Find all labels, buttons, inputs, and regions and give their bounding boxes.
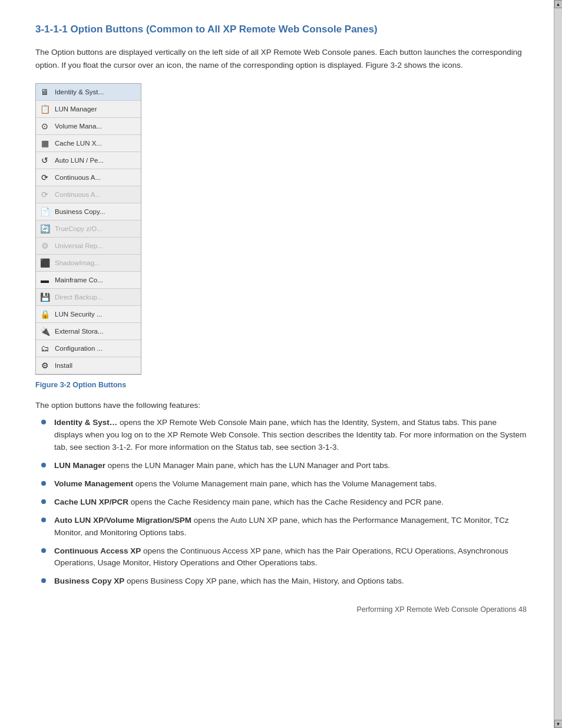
bullet-text-6: Business Copy XP opens Business Copy XP … [54, 575, 404, 588]
sidebar-item-icon-3: ▦ [38, 137, 51, 150]
sidebar-item-label-10: ShadowImag... [55, 259, 100, 266]
sidebar-scrollbar[interactable]: ▲ ▼ [554, 0, 562, 728]
sidebar-item-11[interactable]: ▬Mainframe Co... [36, 272, 141, 289]
sidebar-item-label-11: Mainframe Co... [55, 276, 103, 284]
sidebar-item-13[interactable]: 🔒LUN Security ... [36, 306, 141, 323]
bullet-item-2: Volume Management opens the Volume Manag… [35, 478, 527, 490]
sidebar-item-label-5: Continuous A... [55, 174, 101, 181]
scroll-up-arrow[interactable]: ▲ [554, 0, 563, 8]
sidebar-item-2[interactable]: ⊙Volume Mana... [36, 118, 141, 135]
sidebar-item-icon-8: 🔄 [38, 222, 51, 235]
sidebar-item-icon-9: ⚙ [38, 239, 51, 252]
sidebar-item-icon-6: ⟳ [38, 188, 51, 201]
sidebar-item-label-4: Auto LUN / Pe... [55, 157, 104, 164]
bullet-item-1: LUN Manager opens the LUN Manager Main p… [35, 460, 527, 472]
bullet-bold-6: Business Copy XP [54, 577, 124, 585]
sidebar-item-label-7: Business Copy... [55, 208, 105, 215]
bullet-item-5: Continuous Access XP opens the Continuou… [35, 545, 527, 570]
sidebar-item-label-0: Identity & Syst... [55, 88, 104, 95]
sidebar-item-icon-7: 📄 [38, 205, 51, 218]
sidebar-item-icon-1: 📋 [38, 103, 51, 116]
sidebar-item-label-2: Volume Mana... [55, 123, 102, 130]
sidebar-item-label-13: LUN Security ... [55, 311, 103, 318]
sidebar-item-icon-16: ⚙ [38, 359, 51, 372]
sidebar-item-icon-14: 🔌 [38, 325, 51, 338]
sidebar-item-16[interactable]: ⚙Install [36, 357, 141, 374]
sidebar-item-9[interactable]: ⚙Universal Rep... [36, 238, 141, 255]
bullet-dot-3 [41, 499, 46, 504]
bullet-list: Identity & Syst… opens the XP Remote Web… [35, 417, 527, 588]
figure-caption: Figure 3-2 Option Buttons [35, 381, 527, 389]
bullet-dot-6 [41, 578, 46, 583]
sidebar-item-icon-5: ⟳ [38, 171, 51, 184]
scroll-down-arrow[interactable]: ▼ [554, 720, 563, 728]
sidebar-item-icon-13: 🔒 [38, 308, 51, 321]
sidebar-item-7[interactable]: 📄Business Copy... [36, 203, 141, 220]
bullet-bold-0: Identity & Syst… [54, 418, 117, 427]
bullet-item-6: Business Copy XP opens Business Copy XP … [35, 575, 527, 588]
sidebar-item-12[interactable]: 💾Direct Backup... [36, 289, 141, 306]
intro-text: The Option buttons are displayed vertica… [35, 46, 527, 71]
bullet-bold-4: Auto LUN XP/Volume Migration/SPM [54, 516, 191, 525]
sidebar-item-label-6: Continuous A... [55, 191, 101, 198]
sidebar-item-label-14: External Stora... [55, 328, 103, 335]
sidebar-item-label-1: LUN Manager [55, 106, 97, 113]
bullet-item-4: Auto LUN XP/Volume Migration/SPM opens t… [35, 515, 527, 539]
bullet-item-0: Identity & Syst… opens the XP Remote Web… [35, 417, 527, 454]
sidebar-panel: 🖥Identity & Syst...📋LUN Manager⊙Volume M… [35, 83, 141, 375]
bullet-dot-4 [41, 518, 46, 522]
sidebar-item-14[interactable]: 🔌External Stora... [36, 323, 141, 340]
bullet-dot-0 [41, 420, 46, 424]
bullet-bold-2: Volume Management [54, 479, 133, 488]
figure-caption-text: Option Buttons [71, 381, 126, 389]
sidebar-item-label-3: Cache LUN X... [55, 140, 102, 147]
sidebar-panel-wrapper: 🖥Identity & Syst...📋LUN Manager⊙Volume M… [35, 83, 527, 375]
page-heading: 3-1-1-1 Option Buttons (Common to All XP… [35, 24, 527, 35]
sidebar-item-1[interactable]: 📋LUN Manager [36, 101, 141, 118]
sidebar-item-icon-10: ⬛ [38, 256, 51, 269]
bullet-dot-5 [41, 548, 46, 553]
bullet-dot-1 [41, 463, 46, 467]
features-intro: The option buttons have the following fe… [35, 401, 527, 410]
sidebar-item-0[interactable]: 🖥Identity & Syst... [36, 84, 141, 101]
bullet-text-3: Cache LUN XP/PCR opens the Cache Residen… [54, 496, 444, 509]
figure-label: Figure 3-2 [35, 381, 71, 389]
bullet-text-2: Volume Management opens the Volume Manag… [54, 478, 437, 490]
bullet-text-5: Continuous Access XP opens the Continuou… [54, 545, 527, 570]
bullet-text-0: Identity & Syst… opens the XP Remote Web… [54, 417, 527, 454]
sidebar-item-icon-11: ▬ [38, 274, 51, 286]
bullet-bold-3: Cache LUN XP/PCR [54, 498, 128, 506]
sidebar-item-label-8: TrueCopy z/O... [55, 225, 103, 232]
sidebar-item-icon-15: 🗂 [38, 342, 51, 355]
bullet-bold-1: LUN Manager [54, 461, 105, 470]
sidebar-item-6[interactable]: ⟳Continuous A... [36, 186, 141, 203]
sidebar-item-label-12: Direct Backup... [55, 294, 103, 301]
sidebar-item-icon-12: 💾 [38, 291, 51, 304]
page-footer: Performing XP Remote Web Console Operati… [35, 605, 527, 614]
sidebar-item-4[interactable]: ↺Auto LUN / Pe... [36, 152, 141, 169]
bullet-text-1: LUN Manager opens the LUN Manager Main p… [54, 460, 390, 472]
bullet-dot-2 [41, 481, 46, 486]
sidebar-item-5[interactable]: ⟳Continuous A... [36, 169, 141, 186]
sidebar-item-label-9: Universal Rep... [55, 242, 103, 249]
sidebar-item-8[interactable]: 🔄TrueCopy z/O... [36, 220, 141, 238]
bullet-bold-5: Continuous Access XP [54, 546, 141, 555]
bullet-item-3: Cache LUN XP/PCR opens the Cache Residen… [35, 496, 527, 509]
sidebar-item-10[interactable]: ⬛ShadowImag... [36, 255, 141, 272]
sidebar-item-icon-0: 🖥 [38, 85, 51, 98]
bullet-text-4: Auto LUN XP/Volume Migration/SPM opens t… [54, 515, 527, 539]
sidebar-item-label-16: Install [55, 362, 72, 369]
sidebar-item-3[interactable]: ▦Cache LUN X... [36, 135, 141, 152]
sidebar-item-icon-2: ⊙ [38, 120, 51, 133]
sidebar-item-15[interactable]: 🗂Configuration ... [36, 340, 141, 357]
sidebar-item-icon-4: ↺ [38, 154, 51, 167]
sidebar-item-label-15: Configuration ... [55, 345, 103, 352]
